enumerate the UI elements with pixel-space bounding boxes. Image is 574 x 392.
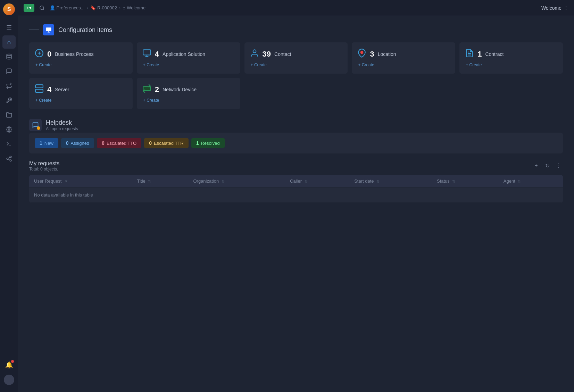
topbar-right: Welcome ⋮ [541,5,568,11]
sort-status-icon: ⇅ [452,179,455,183]
col-user-request[interactable]: User Request ▼ [29,175,132,187]
config-card-network-device[interactable]: 2 Network Device + Create [137,78,240,109]
tag-icon: 🔖 [90,5,96,10]
no-data-row: No data available in this table [29,187,563,203]
sidebar-nav: ☰ ⌂ [2,21,16,359]
contact-create[interactable]: + Create [250,62,342,67]
col-status[interactable]: Status ⇅ [432,175,499,187]
helpdesk-header: Helpdesk All open requests [29,119,563,131]
badge-assigned[interactable]: 0 Assigned [61,138,94,148]
application-solution-label: Application Solution [163,51,205,57]
notification-icon[interactable]: 🔔 [3,359,15,370]
server-create[interactable]: + Create [35,98,127,103]
badge-ttr[interactable]: 0 Escalated TTR [144,138,189,148]
svg-point-4 [7,158,8,160]
col-caller[interactable]: Caller ⇅ [285,175,349,187]
network-device-label: Network Device [163,87,197,92]
svg-rect-14 [143,50,151,55]
sort-agent-icon: ⇅ [518,179,521,183]
badge-resolved-label: Resolved [201,141,219,146]
sidebar-item-terminal[interactable] [2,137,16,151]
contact-count: 39 [263,50,271,59]
col-start-date[interactable]: Start date ⇅ [349,175,432,187]
sidebar-item-tools[interactable] [2,94,16,107]
sidebar-item-transfer[interactable] [2,79,16,92]
sidebar-item-chat[interactable] [2,65,16,78]
config-cards-row2: 4 Server + Create 2 Network Device + Cre… [29,78,563,109]
server-count: 4 [47,85,51,94]
contract-create[interactable]: + Create [465,62,557,67]
more-options-button[interactable]: ⋮ [554,161,563,170]
sidebar-item-menu[interactable]: ☰ [2,21,16,34]
business-process-icon [35,49,44,60]
svg-rect-10 [46,27,51,31]
sort-organization-icon: ⇅ [222,179,225,183]
app-logo[interactable]: S [3,3,15,15]
config-card-contract[interactable]: 1 Contract + Create [459,42,563,74]
location-create[interactable]: + Create [357,62,450,67]
badge-assigned-count: 0 [66,140,69,146]
badge-tto-label: Escalated TTO [107,141,136,146]
requests-table-wrap: User Request ▼ Title ⇅ Organization ⇅ [29,175,563,203]
refresh-button[interactable]: ↻ [543,161,552,170]
contact-label: Contact [274,51,291,57]
breadcrumb-r000002[interactable]: 🔖 R-000002 [90,5,117,10]
sidebar: S ☰ ⌂ 🔔 [0,0,18,392]
section-line [29,30,39,30]
svg-point-15 [253,50,256,53]
add-request-button[interactable]: + [532,161,541,170]
svg-point-5 [10,160,11,161]
svg-line-7 [8,157,10,158]
no-data-cell: No data available in this table [29,187,563,203]
svg-point-8 [40,6,44,10]
config-card-business-process[interactable]: 0 Business Process + Create [29,42,133,74]
col-organization[interactable]: Organization ⇅ [188,175,285,187]
my-requests-title: My requests [29,160,532,167]
helpdesk-icon [29,119,42,131]
badge-resolved-count: 1 [196,140,199,146]
sidebar-item-database[interactable] [2,50,16,63]
config-section-header: Configuration items [29,24,563,35]
contact-icon [250,49,259,60]
search-icon[interactable] [37,3,47,13]
topbar: +▾ 👤 Preferences... › 🔖 R-000002 › ⌂ Wel… [18,0,574,16]
breadcrumb-sep-2: › [119,5,120,10]
svg-rect-20 [35,89,43,92]
sidebar-item-share[interactable] [2,152,16,165]
network-device-create[interactable]: + Create [142,98,235,103]
sort-user-request-icon: ▼ [64,179,68,183]
application-solution-create[interactable]: + Create [142,62,235,67]
table-header: User Request ▼ Title ⇅ Organization ⇅ [29,175,563,187]
add-button[interactable]: +▾ [24,4,34,12]
topbar-more-icon[interactable]: ⋮ [564,5,568,11]
breadcrumb-welcome[interactable]: ⌂ Welcome [123,5,145,10]
sidebar-item-settings[interactable] [2,123,16,136]
badge-tto[interactable]: 0 Escalated TTO [97,138,141,148]
breadcrumb-sep-1: › [87,5,88,10]
config-card-server[interactable]: 4 Server + Create [29,78,133,109]
config-card-location[interactable]: 3 Location + Create [352,42,455,74]
config-card-contact[interactable]: 39 Contact + Create [244,42,348,74]
helpdesk-title: Helpdesk [46,119,78,126]
sidebar-bottom: 🔔 [3,359,15,389]
badge-ttr-count: 0 [149,140,152,146]
badge-resolved[interactable]: 1 Resolved [191,138,225,148]
svg-line-6 [8,159,10,160]
breadcrumb-preferences[interactable]: 👤 Preferences... [50,5,85,10]
application-solution-count: 4 [155,50,159,59]
col-title[interactable]: Title ⇅ [132,175,189,187]
user-avatar[interactable] [4,375,14,385]
svg-point-1 [8,129,10,131]
user-icon: 👤 [50,5,55,10]
helpdesk-badge [37,126,40,130]
config-card-application-solution[interactable]: 4 Application Solution + Create [137,42,240,74]
sidebar-item-home[interactable]: ⌂ [2,35,16,49]
badge-new-count: 1 [40,140,42,146]
badge-new[interactable]: 1 New [35,138,58,148]
my-requests-section-header: My requests Total: 0 objects. + ↻ ⋮ [29,160,563,175]
col-agent[interactable]: Agent ⇅ [499,175,563,187]
helpdesk-card: 1 New 0 Assigned 0 Escalated TTO 0 Escal… [29,133,563,153]
sidebar-item-folder[interactable] [2,108,16,122]
business-process-create[interactable]: + Create [35,62,127,67]
network-device-icon [142,84,151,95]
